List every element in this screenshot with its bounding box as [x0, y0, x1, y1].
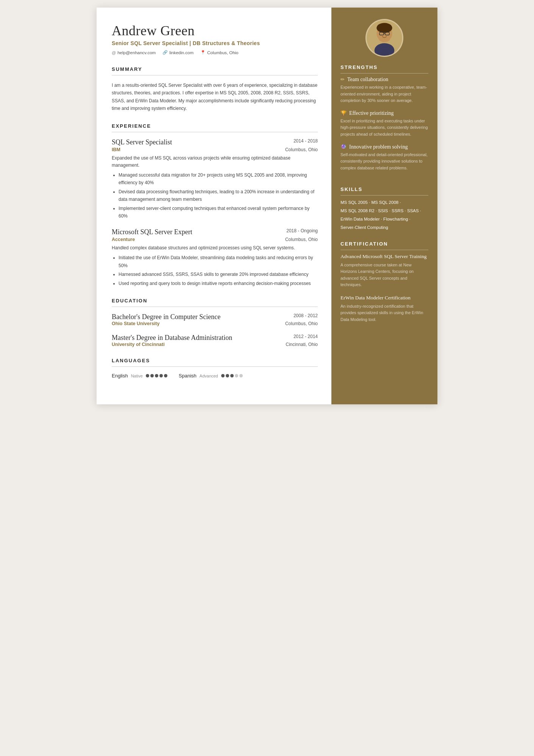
- lang-spanish-level: Advanced: [200, 374, 218, 378]
- summary-divider: [112, 75, 318, 75]
- strength-1-desc: Experienced in working in a cooperative,…: [340, 84, 428, 104]
- header-section: Andrew Green Senior SQL Server Specialis…: [112, 23, 318, 55]
- experience-section: EXPERIENCE SQL Server Specialist 2014 - …: [112, 123, 318, 287]
- strength-3: 🔮 Innovative problem solving Self-motiva…: [340, 144, 428, 172]
- strength-1-title: ✏ Team collaboration: [340, 77, 428, 83]
- skills-line-4: Server-Client Computing: [340, 224, 428, 232]
- job-2-bullet-2: Harnessed advanced SSIS, SSRS, SSAS skil…: [119, 271, 318, 278]
- resume-container: Andrew Green Senior SQL Server Specialis…: [97, 8, 437, 404]
- email-value: help@enhancv.com: [117, 50, 156, 55]
- strength-1: ✏ Team collaboration Experienced in work…: [340, 77, 428, 104]
- skills-list: MS SQL 2005 · MS SQL 2008 · MS SQL 2008 …: [340, 199, 428, 232]
- job-2-company-row: Accenture Columbus, Ohio: [112, 237, 318, 242]
- job-1-bullet-1: Managed successful data migration for 20…: [119, 171, 318, 187]
- edu-1-school: Ohio State University: [112, 321, 159, 326]
- dot-s4: [235, 374, 238, 377]
- profile-photo: [365, 19, 403, 57]
- job-2-bullet-3: Used reporting and query tools to design…: [119, 280, 318, 287]
- left-column: Andrew Green Senior SQL Server Specialis…: [97, 8, 331, 404]
- job-2-bullet-1: Initiated the use of ErWin Data Modeler,…: [119, 254, 318, 269]
- location-contact: 📍 Columbus, Ohio: [200, 50, 238, 55]
- summary-text: I am a results-oriented SQL Server Speci…: [112, 81, 318, 113]
- edu-2-header: Master's Degree in Database Administrati…: [112, 334, 318, 342]
- edu-1: Bachelor's Degree in Computer Science 20…: [112, 313, 318, 326]
- strength-3-icon: 🔮: [340, 144, 347, 150]
- cert-1: Advanced Microsoft SQL Server Training A…: [340, 253, 428, 288]
- skills-title: SKILLS: [340, 186, 428, 196]
- svg-point-1: [376, 23, 392, 33]
- candidate-title: Senior SQL Server Specialist | DB Struct…: [112, 40, 318, 46]
- job-2-dates: 2018 - Ongoing: [286, 228, 318, 233]
- strength-2-icon: 🏆: [340, 110, 347, 116]
- dot-s3: [230, 374, 234, 377]
- job-1-location: Columbus, Ohio: [285, 147, 318, 152]
- strength-2-desc: Excel in prioritizing and executing task…: [340, 118, 428, 138]
- edu-1-header: Bachelor's Degree in Computer Science 20…: [112, 313, 318, 321]
- languages-row: English Native Spanish Advanced: [112, 373, 318, 379]
- experience-divider: [112, 132, 318, 132]
- lang-english-name: English: [112, 373, 128, 379]
- skills-line-2: MS SQL 2008 R2 · SSIS · SSRS · SSAS ·: [340, 207, 428, 215]
- candidate-name: Andrew Green: [112, 23, 318, 39]
- skills-section: SKILLS MS SQL 2005 · MS SQL 2008 · MS SQ…: [331, 186, 437, 232]
- job-1-desc: Expanded the use of MS SQL across variou…: [112, 155, 318, 169]
- dot-s2: [226, 374, 229, 377]
- summary-section: SUMMARY I am a results-oriented SQL Serv…: [112, 66, 318, 113]
- edu-2-dates: 2012 - 2014: [294, 334, 318, 342]
- job-1-company-row: IBM Columbus, Ohio: [112, 147, 318, 152]
- svg-point-2: [379, 35, 390, 42]
- education-section: EDUCATION Bachelor's Degree in Computer …: [112, 298, 318, 347]
- skills-line-3: ErWin Data Modeler · Flowcharting ·: [340, 215, 428, 224]
- edu-2-school-row: University of Cincinnati Cincinnati, Ohi…: [112, 342, 318, 347]
- strengths-section: STRENGTHS ✏ Team collaboration Experienc…: [331, 64, 437, 177]
- job-1-title: SQL Server Specialist: [112, 138, 172, 146]
- cert-2-desc: An industry-recognized certification tha…: [340, 303, 428, 323]
- linkedin-value: linkedin.com: [169, 50, 194, 55]
- languages-section: LANGUAGES English Native Spanish: [112, 358, 318, 379]
- profile-svg: [367, 19, 402, 57]
- svg-point-6: [375, 43, 395, 57]
- job-2-title: Microsoft SQL Server Expert: [112, 228, 192, 236]
- cert-2: ErWin Data Modeler Certification An indu…: [340, 294, 428, 323]
- job-1: SQL Server Specialist 2014 - 2018 IBM Co…: [112, 138, 318, 220]
- edu-1-degree: Bachelor's Degree in Computer Science: [112, 313, 220, 321]
- dot-5: [164, 374, 167, 377]
- experience-title: EXPERIENCE: [112, 123, 318, 129]
- cert-1-desc: A comprehensive course taken at New Hori…: [340, 262, 428, 288]
- dot-4: [159, 374, 163, 377]
- job-1-bullet-3: Implemented server-client computing tech…: [119, 205, 318, 220]
- dot-s1: [221, 374, 225, 377]
- job-2-company: Accenture: [112, 237, 135, 242]
- email-contact: @ help@enhancv.com: [112, 50, 156, 55]
- contact-bar: @ help@enhancv.com 🔗 linkedin.com 📍 Colu…: [112, 50, 318, 55]
- strength-3-label: Innovative problem solving: [349, 144, 408, 150]
- dot-s5: [239, 374, 243, 377]
- job-1-dates: 2014 - 2018: [294, 138, 318, 144]
- job-2: Microsoft SQL Server Expert 2018 - Ongoi…: [112, 228, 318, 287]
- skills-line-1: MS SQL 2005 · MS SQL 2008 ·: [340, 199, 428, 207]
- education-title: EDUCATION: [112, 298, 318, 304]
- edu-2-location: Cincinnati, Ohio: [286, 342, 318, 347]
- linkedin-icon: 🔗: [162, 50, 168, 55]
- job-2-header: Microsoft SQL Server Expert 2018 - Ongoi…: [112, 228, 318, 236]
- strength-1-icon: ✏: [340, 77, 345, 83]
- lang-english-dots: [146, 374, 167, 377]
- dot-1: [146, 374, 149, 377]
- right-column: STRENGTHS ✏ Team collaboration Experienc…: [331, 8, 437, 404]
- lang-spanish-name: Spanish: [179, 373, 197, 379]
- linkedin-contact: 🔗 linkedin.com: [162, 50, 194, 55]
- strength-3-title: 🔮 Innovative problem solving: [340, 144, 428, 150]
- location-value: Columbus, Ohio: [207, 50, 238, 55]
- location-icon: 📍: [200, 50, 206, 55]
- summary-title: SUMMARY: [112, 66, 318, 72]
- languages-divider: [112, 366, 318, 367]
- education-divider: [112, 307, 318, 307]
- dot-3: [155, 374, 158, 377]
- languages-title: LANGUAGES: [112, 358, 318, 363]
- lang-english: English Native: [112, 373, 167, 379]
- job-1-bullets: Managed successful data migration for 20…: [112, 171, 318, 220]
- strength-1-label: Team collaboration: [347, 77, 388, 83]
- certification-section: CERTIFICATION Advanced Microsoft SQL Ser…: [331, 241, 437, 329]
- lang-english-level: Native: [131, 374, 143, 378]
- edu-1-school-row: Ohio State University Columbus, Ohio: [112, 321, 318, 326]
